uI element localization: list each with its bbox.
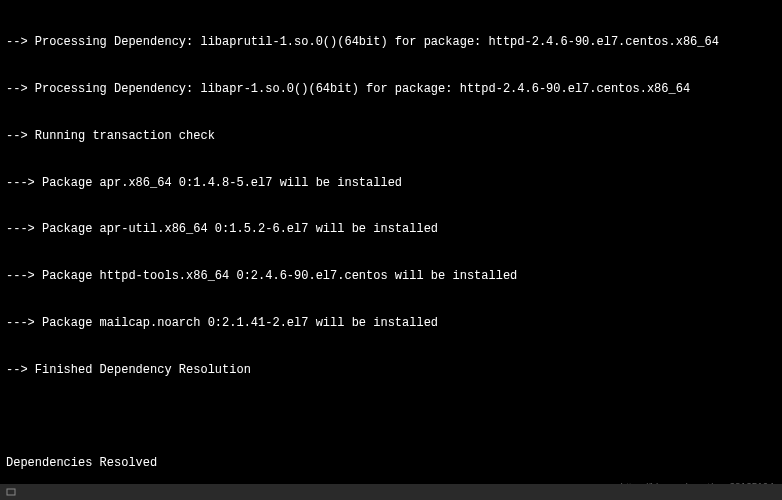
svg-rect-0 <box>7 489 15 495</box>
dep-line: ---> Package apr.x86_64 0:1.4.8-5.el7 wi… <box>6 176 776 192</box>
dep-line: --> Running transaction check <box>6 129 776 145</box>
dep-line: --> Processing Dependency: libapr-1.so.0… <box>6 82 776 98</box>
status-bar <box>0 484 782 500</box>
status-icon <box>6 487 16 497</box>
dep-line: --> Finished Dependency Resolution <box>6 363 776 379</box>
deps-resolved-label: Dependencies Resolved <box>6 456 776 472</box>
dep-line: ---> Package apr-util.x86_64 0:1.5.2-6.e… <box>6 222 776 238</box>
dep-line: ---> Package mailcap.noarch 0:2.1.41-2.e… <box>6 316 776 332</box>
dep-line: --> Processing Dependency: libaprutil-1.… <box>6 35 776 51</box>
dep-line: ---> Package httpd-tools.x86_64 0:2.4.6-… <box>6 269 776 285</box>
terminal-output: --> Processing Dependency: libaprutil-1.… <box>0 0 782 500</box>
